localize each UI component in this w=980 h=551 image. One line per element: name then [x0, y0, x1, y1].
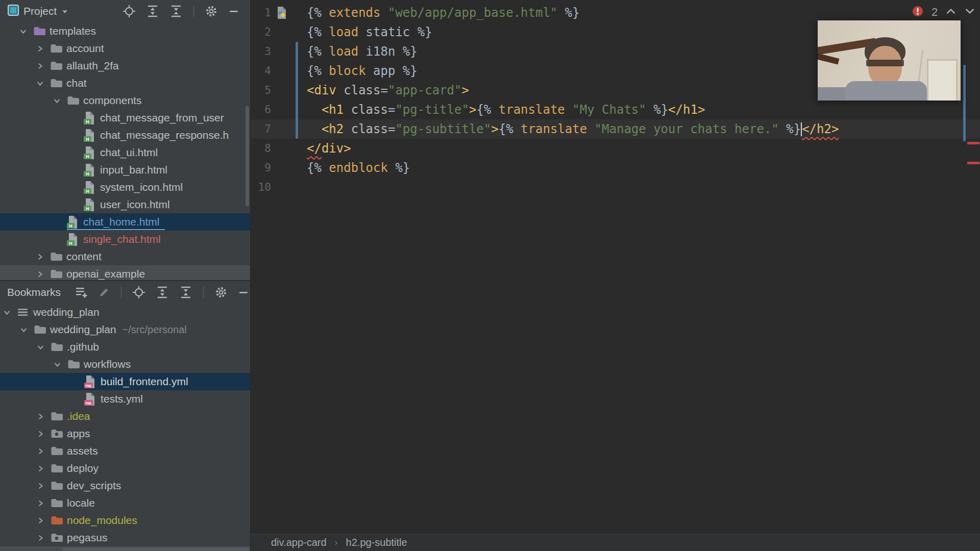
chevron-right-icon[interactable] [36, 45, 50, 53]
chevron-right-icon[interactable] [37, 430, 51, 438]
expand-all-icon[interactable] [156, 286, 169, 299]
tree-item--idea[interactable]: .idea [0, 408, 250, 425]
settings-icon[interactable] [205, 5, 218, 18]
tree-item-openai-example[interactable]: openai_example [0, 265, 250, 280]
collapse-all-icon[interactable] [169, 5, 183, 18]
tree-item-wedding-plan[interactable]: wedding_plan [0, 304, 250, 321]
tree-item-single-chat-html[interactable]: Hsingle_chat.html [0, 231, 250, 248]
code-line-8[interactable]: 8</div> [251, 139, 980, 158]
line-number[interactable]: 7 [251, 119, 271, 139]
line-number[interactable]: 5 [251, 81, 271, 100]
tree-item-deploy[interactable]: deploy [0, 460, 250, 477]
tree-item-workflows[interactable]: workflows [0, 356, 250, 373]
error-badge-icon[interactable] [912, 5, 924, 19]
code-line-10[interactable]: 10 [251, 178, 980, 197]
chevron-down-icon[interactable] [37, 343, 51, 351]
tree-item-apps[interactable]: apps [0, 425, 250, 442]
tree-item-path: ~/src/personal [122, 324, 187, 336]
collapse-all-icon[interactable] [179, 286, 192, 299]
code-text: {% extends "web/app/app_base.html" %} [307, 3, 580, 22]
code-line-7[interactable]: 7 <h2 class="pg-subtitle">{% translate "… [251, 119, 980, 139]
tree-item-build-frontend-yml[interactable]: YMLbuild_frontend.yml [0, 373, 250, 390]
html-icon: H [84, 181, 99, 194]
editor-pane[interactable]: 1{% extends "web/app/app_base.html" %}2{… [250, 0, 980, 551]
tree-item-node-modules[interactable]: node_modules [0, 512, 250, 529]
code-line-1[interactable]: 1{% extends "web/app/app_base.html" %} [251, 3, 980, 22]
hide-icon[interactable] [228, 6, 239, 17]
chevron-down-icon[interactable] [61, 5, 69, 17]
html-icon: H [67, 233, 82, 246]
html-icon: H [67, 215, 82, 229]
chevron-right-icon[interactable] [37, 517, 51, 524]
tree-item-chat[interactable]: chat [0, 74, 250, 92]
chevron-down-icon[interactable] [19, 28, 33, 35]
locate-icon[interactable] [132, 286, 145, 299]
svg-text:H: H [86, 137, 89, 142]
tree-item-assets[interactable]: assets [0, 442, 250, 460]
chevron-down-icon[interactable] [36, 80, 50, 87]
tree-item-label: chat_message_response.h [100, 129, 229, 141]
editor-scrollbar-thumb[interactable] [963, 65, 966, 141]
tree-item-locale[interactable]: locale [0, 494, 250, 512]
breadcrumb-item[interactable]: h2.pg-subtitle [346, 537, 407, 548]
line-number[interactable]: 2 [251, 22, 271, 42]
tree-item-account[interactable]: account [0, 40, 250, 57]
tree-item--github[interactable]: .github [0, 338, 250, 356]
line-number[interactable]: 4 [251, 61, 271, 81]
line-number[interactable]: 8 [251, 139, 271, 158]
tree-item-chat-ui-html[interactable]: Hchat_ui.html [0, 144, 250, 161]
chevron-right-icon[interactable] [37, 482, 51, 490]
locate-icon[interactable] [122, 5, 136, 18]
breadcrumb-item[interactable]: div.app-card [271, 537, 327, 548]
chevron-right-icon[interactable] [37, 499, 51, 507]
tree-item-pegasus[interactable]: pegasus [0, 529, 250, 546]
tree-item-chat-message-from-user[interactable]: Hchat_message_from_user [0, 109, 250, 127]
toolbar-separator [193, 5, 194, 18]
chevron-right-icon[interactable] [36, 253, 50, 261]
chevron-right-icon[interactable] [36, 62, 50, 70]
previous-problem-icon[interactable] [945, 6, 957, 19]
error-stripe-mark[interactable] [967, 162, 979, 164]
chevron-right-icon[interactable] [37, 447, 51, 455]
code-text: {% endblock %} [307, 158, 410, 178]
line-number[interactable]: 1 [251, 3, 271, 22]
chevron-down-icon[interactable] [53, 97, 67, 105]
tree-item-components[interactable]: components [0, 92, 250, 109]
line-number[interactable]: 6 [251, 100, 271, 119]
tree-item-user-icon-html[interactable]: Huser_icon.html [0, 196, 250, 213]
code-line-9[interactable]: 9{% endblock %} [251, 158, 980, 178]
line-number[interactable]: 9 [251, 158, 271, 178]
code-line-6[interactable]: 6 <h1 class="pg-title">{% translate "My … [251, 100, 980, 119]
tree-item-system-icon-html[interactable]: Hsystem_icon.html [0, 179, 250, 196]
line-number[interactable]: 10 [251, 178, 271, 197]
bookmarks-hscrollbar-thumb[interactable] [62, 547, 249, 551]
settings-icon[interactable] [214, 286, 228, 299]
tree-item-tests-yml[interactable]: YMLtests.yml [0, 390, 250, 408]
html-icon: H [84, 198, 99, 212]
chevron-down-icon[interactable] [3, 309, 17, 316]
tree-item-content[interactable]: content [0, 248, 250, 265]
chevron-down-icon[interactable] [54, 361, 67, 368]
chevron-right-icon[interactable] [37, 534, 51, 542]
expand-all-icon[interactable] [146, 5, 159, 18]
tree-item-wedding-plan[interactable]: wedding_plan~/src/personal [0, 321, 250, 338]
next-problem-icon[interactable] [964, 6, 975, 19]
line-number[interactable]: 3 [251, 42, 271, 61]
tree-item-chat-home-html[interactable]: Hchat_home.html [0, 213, 250, 231]
hide-icon[interactable] [238, 287, 249, 298]
tree-item-allauth-2fa[interactable]: allauth_2fa [0, 57, 250, 74]
project-scrollbar-thumb[interactable] [246, 106, 249, 206]
svg-text:H: H [69, 241, 72, 246]
folder-icon [67, 359, 83, 369]
tree-item-templates[interactable]: templates [0, 22, 250, 40]
chevron-down-icon[interactable] [20, 326, 34, 334]
chevron-right-icon[interactable] [37, 413, 51, 420]
edit-icon[interactable] [98, 286, 110, 298]
chevron-right-icon[interactable] [36, 270, 50, 278]
chevron-right-icon[interactable] [37, 465, 51, 472]
tree-item-chat-message-response-h[interactable]: Hchat_message_response.h [0, 127, 250, 144]
add-bookmark-icon[interactable] [75, 286, 88, 299]
tree-item-input-bar-html[interactable]: Hinput_bar.html [0, 161, 250, 179]
error-stripe-mark[interactable] [967, 142, 979, 144]
tree-item-dev-scripts[interactable]: dev_scripts [0, 477, 250, 494]
